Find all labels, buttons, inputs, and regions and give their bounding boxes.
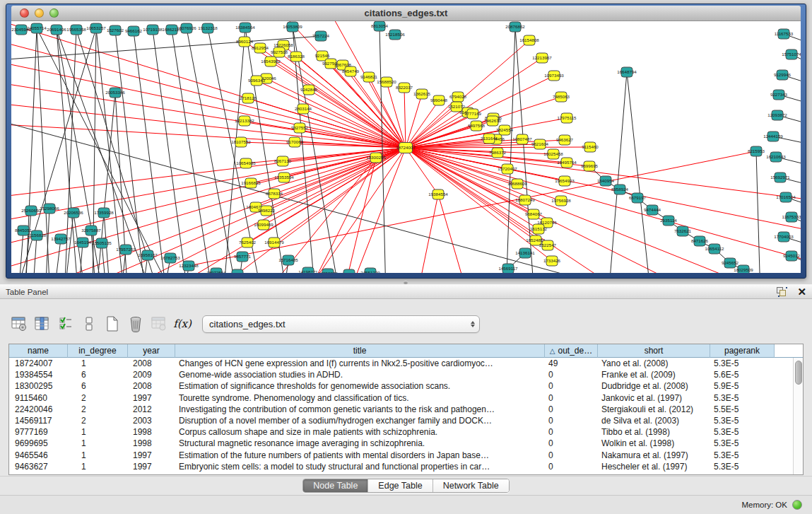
graph-edge[interactable] — [406, 107, 457, 148]
graph-node[interactable]: 9463627 — [556, 135, 574, 145]
graph-node[interactable]: 2803144 — [295, 104, 312, 114]
graph-node[interactable]: 19654923 — [555, 176, 575, 186]
graph-node[interactable]: 19756928 — [551, 196, 571, 206]
graph-node[interactable]: 11675333 — [782, 212, 801, 222]
graph-node[interactable]: 10653257 — [86, 23, 106, 33]
table-row[interactable]: 969969511998Structural magnetic resonanc… — [9, 438, 803, 449]
graph-node[interactable]: 16053809 — [283, 22, 302, 32]
table-vertical-scrollbar[interactable] — [793, 358, 803, 475]
graph-edge[interactable] — [293, 27, 315, 273]
column-header-title[interactable]: title — [175, 344, 545, 358]
graph-node[interactable]: 8215953 — [748, 146, 765, 156]
graph-node[interactable]: 14569117 — [498, 264, 518, 273]
tab-edge-table[interactable]: Edge Table — [368, 479, 433, 492]
import-table-icon[interactable] — [151, 315, 167, 332]
close-panel-icon[interactable]: ✕ — [797, 287, 806, 297]
graph-node[interactable]: 15692971 — [770, 173, 790, 182]
graph-node[interactable]: 9152156 — [229, 269, 247, 273]
graph-node[interactable]: 9699695 — [581, 161, 599, 171]
graph-node[interactable]: 9170063 — [286, 137, 304, 147]
graph-node[interactable]: 2522547 — [539, 240, 557, 250]
graph-node[interactable]: 12213967 — [532, 53, 552, 63]
graph-node[interactable]: 17975115 — [557, 113, 577, 123]
graph-node[interactable]: 9857771 — [234, 252, 252, 262]
column-header-out_de[interactable]: △out_de… — [545, 344, 598, 358]
graph-node[interactable]: 12093872 — [767, 110, 787, 120]
table-row[interactable]: 946362711997Embryonic stem cells: a mode… — [9, 461, 803, 472]
table-row[interactable]: 911546021997Tourette syndrome. Phenomeno… — [9, 392, 803, 404]
graph-node[interactable]: 17016504 — [776, 192, 796, 202]
graph-node[interactable]: 1362615 — [413, 89, 431, 99]
graph-node[interactable]: 9474444 — [644, 205, 661, 215]
graph-node[interactable]: 8912954 — [252, 43, 269, 53]
graph-node[interactable]: 2718126 — [240, 93, 257, 103]
window-titlebar[interactable]: citations_edges.txt — [11, 6, 801, 21]
new-column-icon[interactable] — [81, 315, 98, 332]
graph-edge[interactable] — [506, 27, 515, 273]
graph-node[interactable]: 19132318 — [198, 23, 218, 33]
graph-node[interactable]: 17359928 — [94, 208, 114, 218]
column-header-in_degree[interactable]: in_degree — [68, 344, 128, 358]
zoom-window-button[interactable] — [49, 8, 59, 18]
graph-node[interactable]: 1527602 — [107, 25, 124, 35]
graph-node[interactable]: 16914479 — [264, 238, 284, 247]
show-columns-icon[interactable] — [34, 315, 51, 332]
graph-node[interactable]: 19384554 — [428, 189, 448, 199]
graph-node[interactable]: 3824554 — [496, 125, 514, 135]
graph-node[interactable]: 9466162 — [125, 26, 143, 36]
graph-node[interactable]: 16648794 — [617, 67, 637, 77]
graph-node[interactable]: 20876862 — [505, 22, 525, 32]
table-mode-icon[interactable] — [11, 315, 28, 332]
graph-edge[interactable] — [93, 28, 96, 273]
graph-node[interactable]: 9129946 — [774, 70, 792, 80]
table-row[interactable]: 977716911998Corpus callosum shape and si… — [9, 426, 803, 438]
table-row[interactable]: 1872400712008Changes of HCN gene express… — [9, 358, 803, 369]
graph-edge[interactable] — [223, 28, 245, 273]
graph-node[interactable]: 6679197 — [629, 193, 647, 203]
graph-node[interactable]: 9990448 — [430, 95, 448, 105]
graph-edge[interactable] — [608, 72, 627, 273]
function-builder-icon[interactable]: f(x) — [174, 315, 191, 332]
new-table-icon[interactable] — [104, 315, 121, 332]
graph-node[interactable]: 8186328 — [288, 52, 305, 62]
graph-node[interactable]: 13942757 — [51, 234, 71, 244]
graph-node[interactable]: 24551220 — [360, 268, 380, 273]
table-row[interactable]: 1830029562008Estimation of significance … — [9, 380, 803, 392]
tab-node-table[interactable]: Node Table — [303, 479, 368, 492]
minimize-window-button[interactable] — [35, 8, 44, 18]
graph-node[interactable]: 9245012 — [783, 251, 801, 261]
graph-edge[interactable] — [418, 194, 438, 273]
citation-network-graph[interactable]: 2304594324055714206914061956535810653257… — [11, 21, 801, 273]
graph-edge[interactable] — [404, 88, 406, 148]
graph-node[interactable]: 8960124 — [236, 37, 254, 47]
graph-node[interactable]: 18972564 — [206, 268, 226, 273]
graph-node[interactable]: 7557224 — [312, 31, 330, 41]
graph-edge[interactable] — [11, 21, 406, 148]
graph-node[interactable]: 18384564 — [235, 23, 255, 33]
graph-edge[interactable] — [33, 235, 37, 273]
graph-node[interactable]: 6794028 — [449, 92, 467, 102]
graph-node[interactable]: 16154808 — [519, 35, 539, 45]
graph-node[interactable]: 16543982 — [261, 57, 281, 66]
graph-node[interactable]: 10688609 — [507, 179, 527, 189]
graph-node[interactable]: 14198771 — [298, 267, 318, 273]
table-selector-dropdown[interactable]: citations_edges.txt — [202, 315, 480, 333]
graph-node[interactable]: 16210643 — [766, 152, 786, 162]
graph-node[interactable]: 2935114 — [660, 216, 677, 226]
graph-node[interactable]: 12444159 — [763, 132, 783, 141]
tab-network-table[interactable]: Network Table — [433, 479, 509, 492]
column-header-name[interactable]: name — [9, 344, 68, 358]
graph-node[interactable]: 9115460 — [582, 142, 599, 152]
delete-columns-icon[interactable] — [127, 315, 144, 332]
graph-edge[interactable] — [18, 230, 23, 273]
close-window-button[interactable] — [20, 8, 29, 18]
graph-node[interactable]: 1733426 — [543, 256, 561, 266]
graph-edge[interactable] — [406, 100, 439, 148]
graph-edge[interactable] — [11, 39, 406, 148]
graph-node[interactable]: 20691406 — [47, 25, 66, 35]
table-row[interactable]: 2242004622012Investigating the contribut… — [9, 404, 803, 415]
graph-node[interactable]: 17704003 — [774, 232, 794, 242]
float-panel-icon[interactable] — [777, 287, 787, 297]
graph-node[interactable]: 15218506 — [385, 30, 405, 40]
graph-node[interactable]: 8267130 — [274, 156, 292, 166]
